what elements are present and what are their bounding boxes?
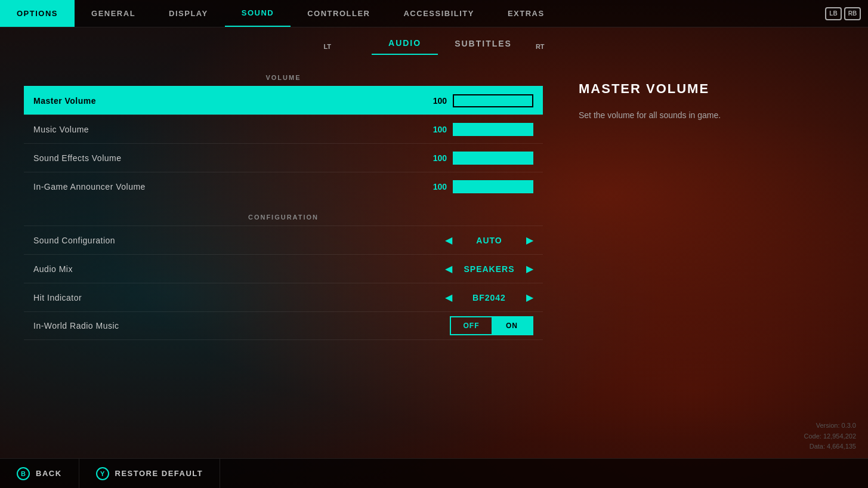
sound-configuration-next[interactable]: ▶ [526,234,533,246]
tab-audio-inactive[interactable] [338,44,372,50]
sound-configuration-value: AUTO [459,236,519,245]
rb-button[interactable]: RB [844,7,861,20]
in-game-announcer-volume-value: 100 [429,182,447,192]
sound-configuration-selector[interactable]: ◀ AUTO ▶ [445,234,533,246]
audio-mix-value: SPEAKERS [459,264,519,274]
sub-tabs: LT AUDIO SUBTITLES RT [0,27,868,57]
music-volume-label: Music Volume [33,125,429,134]
audio-mix-label: Audio Mix [33,264,445,274]
lt-trigger: LT [316,43,338,50]
sound-effects-volume-slider[interactable] [453,152,533,165]
in-game-announcer-volume-label: In-Game Announcer Volume [33,182,429,192]
info-title: MASTER VOLUME [579,81,808,97]
audio-mix-prev[interactable]: ◀ [445,263,452,274]
sound-configuration-row[interactable]: Sound Configuration ◀ AUTO ▶ [24,226,543,254]
sound-effects-volume-row[interactable]: Sound Effects Volume 100 [24,143,543,172]
in-world-radio-music-row[interactable]: In-World Radio Music OFF ON [24,311,543,340]
tab-general[interactable]: GENERAL [75,0,152,27]
toggle-off[interactable]: OFF [451,317,492,334]
tab-extras[interactable]: EXTRAS [491,0,561,27]
top-navigation: OPTIONS GENERAL DISPLAY SOUND CONTROLLER… [0,0,868,27]
audio-mix-selector[interactable]: ◀ SPEAKERS ▶ [445,263,533,274]
restore-default-button[interactable]: Y RESTORE DEFAULT [79,459,221,488]
tab-audio[interactable]: AUDIO [372,38,438,55]
hit-indicator-label: Hit Indicator [33,293,445,302]
restore-icon: Y [96,467,109,480]
sound-configuration-prev[interactable]: ◀ [445,234,452,246]
back-label: BACK [36,469,62,478]
in-game-announcer-volume-slider[interactable] [453,180,533,193]
back-button[interactable]: B BACK [0,459,79,488]
tab-sound[interactable]: SOUND [225,0,291,27]
audio-mix-next[interactable]: ▶ [526,263,533,274]
version-number: Version: 0.3.0 [804,421,856,431]
volume-section-label: VOLUME [24,69,543,86]
info-panel: MASTER VOLUME Set the volume for all sou… [543,69,844,458]
tab-controller[interactable]: CONTROLLER [291,0,387,27]
info-description: Set the volume for all sounds in game. [579,109,808,122]
music-volume-value: 100 [429,125,447,134]
in-game-announcer-volume-row[interactable]: In-Game Announcer Volume 100 [24,172,543,200]
hit-indicator-row[interactable]: Hit Indicator ◀ BF2042 ▶ [24,283,543,311]
tab-subtitles[interactable]: SUBTITLES [438,39,529,54]
controller-buttons: LB RB [825,0,868,27]
rt-trigger: RT [529,43,552,50]
sound-effects-volume-label: Sound Effects Volume [33,153,429,163]
hit-indicator-value: BF2042 [459,293,519,302]
bottom-bar: B BACK Y RESTORE DEFAULT [0,458,868,488]
restore-default-label: RESTORE DEFAULT [115,469,203,478]
version-info: Version: 0.3.0 Code: 12,954,202 Data: 4,… [804,421,856,452]
hit-indicator-selector[interactable]: ◀ BF2042 ▶ [445,292,533,303]
version-code: Code: 12,954,202 [804,431,856,442]
music-volume-slider[interactable] [453,123,533,136]
back-icon: B [17,467,30,480]
master-volume-label: Master Volume [33,96,429,106]
toggle-on[interactable]: ON [492,317,532,334]
tab-display[interactable]: DISPLAY [152,0,225,27]
in-world-radio-music-label: In-World Radio Music [33,321,450,331]
master-volume-value: 100 [429,96,447,106]
tab-options[interactable]: OPTIONS [0,0,75,27]
hit-indicator-prev[interactable]: ◀ [445,292,452,303]
sound-configuration-label: Sound Configuration [33,236,445,245]
sound-effects-volume-value: 100 [429,153,447,163]
tab-accessibility[interactable]: ACCESSIBILITY [387,0,490,27]
lb-button[interactable]: LB [825,7,842,20]
master-volume-row[interactable]: Master Volume 100 [24,86,543,115]
main-content: VOLUME Master Volume 100 Music Volume 10… [0,57,868,458]
configuration-section-label: CONFIGURATION [24,209,543,226]
in-world-radio-music-toggle[interactable]: OFF ON [450,316,533,335]
music-volume-row[interactable]: Music Volume 100 [24,115,543,143]
audio-mix-row[interactable]: Audio Mix ◀ SPEAKERS ▶ [24,254,543,283]
version-data: Data: 4,664,135 [804,441,856,452]
master-volume-slider[interactable] [453,94,533,107]
hit-indicator-next[interactable]: ▶ [526,292,533,303]
settings-panel: VOLUME Master Volume 100 Music Volume 10… [24,69,543,458]
